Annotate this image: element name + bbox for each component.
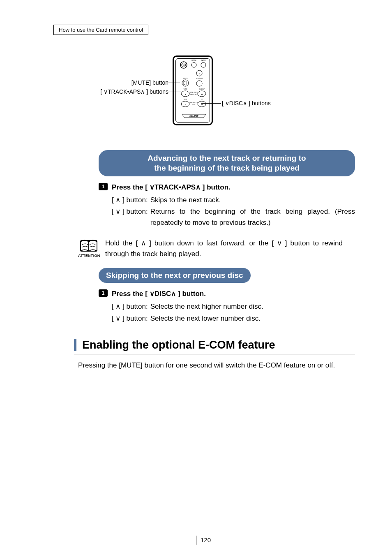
remote-outline: PWR MODE BAND + VOLUME − MUTE TUNE D-PL/…: [173, 55, 213, 125]
svg-text:VOLUME: VOLUME: [196, 77, 203, 79]
section-title-advancing: Advancing to the next track or returning…: [99, 150, 355, 176]
svg-text:REW: REW: [184, 99, 187, 100]
step-number-icon: 1: [99, 183, 108, 190]
svg-text:∧: ∧: [201, 103, 203, 106]
svg-text:FF: FF: [201, 99, 203, 100]
svg-text:MUTE: MUTE: [183, 77, 188, 79]
remote-diagram: [MUTE] button [ ∨TRACK•APS∧ ] buttons [ …: [53, 55, 355, 134]
svg-text:TUNE DECK: TUNE DECK: [189, 92, 198, 93]
attention-note: ATTENTION Hold the [ ∧ ] button down to …: [78, 238, 343, 259]
page-number: 120: [196, 536, 211, 545]
svg-text:TRACK APS: TRACK APS: [189, 94, 198, 95]
list-item: [ ∧ ] button: Selects the next higher nu…: [112, 301, 355, 312]
list-item: [ ∨ ] button: Selects the next lower num…: [112, 313, 355, 324]
svg-text:∨: ∨: [184, 92, 187, 95]
svg-text:∧: ∧: [201, 92, 203, 95]
svg-text:∨: ∨: [184, 103, 187, 106]
step-instruction: Press the [ ∨DISC∧ ] button.: [112, 289, 355, 299]
heading-ecom: Enabling the optional E-COM feature: [74, 339, 355, 351]
step-1-disc: 1 Press the [ ∨DISC∧ ] button.: [99, 289, 355, 299]
section-title-skipping: Skipping to the next or previous disc: [99, 268, 251, 283]
svg-text:D-PL/DP: D-PL/DP: [199, 88, 205, 90]
body-paragraph: Pressing the [MUTE] button for one secon…: [78, 360, 343, 371]
svg-text:DISC: DISC: [192, 104, 196, 106]
svg-point-13: [182, 80, 189, 86]
label-disc-buttons: [ ∨DISC∧ ] buttons: [222, 100, 271, 106]
breadcrumb: How to use the Card remote control: [53, 25, 148, 35]
svg-text:−: −: [198, 83, 200, 85]
list-item: [ ∧ ] button: Skips to the next track.: [112, 195, 355, 206]
attention-text: Hold the [ ∧ ] button down to fast forwa…: [105, 238, 343, 259]
svg-text:+: +: [198, 72, 200, 75]
svg-text:BAND: BAND: [201, 59, 205, 61]
label-mute-button: [MUTE] button: [131, 79, 168, 86]
step-number-icon: 1: [99, 289, 108, 297]
heading-accent-bar: [74, 339, 76, 351]
heading-underline: [74, 354, 355, 354]
label-track-aps-buttons: [ ∨TRACK•APS∧ ] buttons: [100, 88, 168, 95]
svg-text:PRESET CH: PRESET CH: [189, 102, 198, 104]
svg-text:MODE: MODE: [191, 59, 196, 61]
list-item: [ ∨ ] button: Returns to the beginning o…: [112, 206, 355, 228]
svg-point-6: [201, 62, 206, 67]
remote-svg: PWR MODE BAND + VOLUME − MUTE TUNE D-PL/…: [174, 57, 214, 127]
step-instruction: Press the [ ∨TRACK•APS∧ ] button.: [112, 182, 355, 193]
svg-text:ECLIPSE: ECLIPSE: [189, 115, 198, 117]
svg-text:TUNE: TUNE: [183, 88, 187, 90]
svg-point-4: [191, 62, 196, 67]
attention-icon: ATTENTION: [78, 238, 99, 258]
step-1-track: 1 Press the [ ∨TRACK•APS∧ ] button.: [99, 182, 355, 193]
svg-text:PWR: PWR: [182, 64, 185, 66]
